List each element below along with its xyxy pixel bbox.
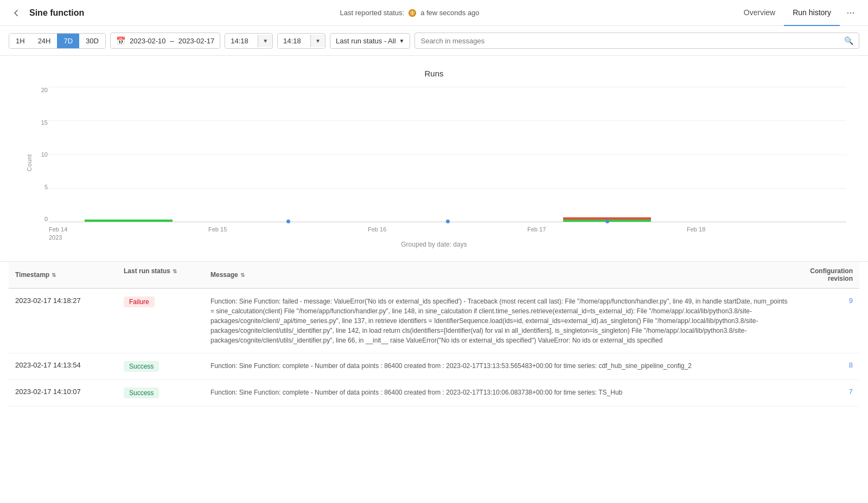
chart-container: Count 20 15 10 5 0 Feb 142023Feb 15Feb 1… (22, 87, 846, 238)
cell-timestamp-2: 2023-02-17 14:10:07 (15, 388, 124, 396)
status-badge-1: Success (124, 361, 159, 372)
status-label: Last reported status: (340, 9, 405, 17)
table-section: Timestamp ⇅ Last run status ⇅ Message ⇅ … (0, 262, 868, 407)
x-label-1: Feb 15 (208, 223, 368, 238)
sort-timestamp-icon[interactable]: ⇅ (52, 272, 56, 278)
time-30d-button[interactable]: 30D (79, 34, 105, 48)
time-start-caret[interactable]: ▼ (258, 35, 272, 47)
time-24h-button[interactable]: 24H (31, 34, 58, 48)
x-label-2: Feb 16 (368, 223, 527, 238)
bar-dot-2 (446, 220, 450, 223)
bar-stack-0 (85, 220, 173, 222)
date-separator: – (170, 37, 174, 45)
back-button[interactable] (9, 5, 24, 21)
table-body: 2023-02-17 14:18:27 Failure Function: Si… (9, 289, 859, 407)
x-axis-labels: Feb 142023Feb 15Feb 16Feb 17Feb 18 (49, 223, 846, 238)
more-options-button[interactable]: ··· (842, 4, 859, 22)
status-filter-dropdown[interactable]: Last run status - All ▼ (330, 33, 410, 49)
bar-dot-3 (605, 220, 609, 223)
x-label-3: Feb 17 (527, 223, 687, 238)
status-area: Last reported status: ! a few seconds ag… (340, 9, 480, 17)
cell-message-0: Function: Sine Function: failed - messag… (210, 296, 788, 345)
cell-status-2: Success (124, 388, 210, 398)
header-left: Sine function (9, 5, 84, 21)
cell-status-1: Success (124, 361, 210, 372)
time-range-group: 1H 24H 7D 30D (9, 33, 106, 49)
header-nav: Overview Run history (735, 0, 840, 26)
cell-message-1: Function: Sine Function: complete - Numb… (210, 361, 788, 371)
cell-timestamp-1: 2023-02-17 14:13:54 (15, 361, 124, 369)
chart-section: Runs Count 20 15 10 5 0 Feb 142023Feb (0, 56, 868, 261)
bar-group-4 (687, 87, 846, 222)
col-header-revision: Configuration revision (788, 267, 853, 282)
tab-run-history[interactable]: Run history (784, 0, 840, 26)
time-end-input[interactable] (278, 34, 310, 48)
bars-container (49, 87, 846, 222)
cell-revision-2: 7 (788, 388, 853, 396)
y-label-5: 5 (44, 184, 48, 190)
col-header-status: Last run status ⇅ (124, 267, 210, 282)
calendar-icon: 📅 (116, 36, 125, 45)
page-title: Sine function (29, 8, 84, 18)
bar-group-1 (208, 87, 368, 222)
y-axis-labels: 20 15 10 5 0 (33, 87, 48, 222)
cell-timestamp-0: 2023-02-17 14:18:27 (15, 296, 124, 305)
table-row: 2023-02-17 14:18:27 Failure Function: Si… (9, 289, 859, 353)
sort-message-icon[interactable]: ⇅ (240, 272, 245, 278)
cell-status-0: Failure (124, 296, 210, 307)
chart-plot-area (49, 87, 846, 222)
x-label-0: Feb 142023 (49, 223, 208, 238)
table-row: 2023-02-17 14:13:54 Success Function: Si… (9, 353, 859, 380)
date-to: 2023-02-17 (178, 37, 215, 45)
header-right: Overview Run history ··· (735, 0, 859, 26)
y-axis-title: Count (26, 154, 33, 171)
x-label-4: Feb 18 (687, 223, 846, 238)
search-icon: 🔍 (844, 36, 853, 45)
time-end-select[interactable]: ▼ (277, 33, 326, 49)
y-label-15: 15 (41, 119, 48, 126)
search-box[interactable]: 🔍 (414, 33, 859, 49)
chart-title: Runs (22, 69, 846, 78)
time-start-input[interactable] (225, 34, 258, 48)
col-header-message: Message ⇅ (210, 267, 788, 282)
status-badge-0: Failure (124, 296, 155, 307)
tab-overview[interactable]: Overview (735, 0, 784, 26)
cell-revision-0: 9 (788, 296, 853, 305)
status-filter-label: Last run status - All (336, 37, 396, 45)
search-input[interactable] (420, 37, 844, 45)
header: Sine function Last reported status: ! a … (0, 0, 868, 26)
status-dot-icon: ! (409, 9, 416, 17)
bar-group-3 (527, 87, 687, 222)
status-badge-2: Success (124, 388, 159, 398)
bar-dot-1 (286, 220, 290, 223)
table-header: Timestamp ⇅ Last run status ⇅ Message ⇅ … (9, 262, 859, 289)
time-1h-button[interactable]: 1H (9, 34, 31, 48)
chart-subtitle: Grouped by date: days (22, 241, 846, 248)
status-filter-arrow-icon: ▼ (399, 38, 405, 44)
time-7d-button[interactable]: 7D (57, 34, 79, 48)
time-start-select[interactable]: ▼ (225, 33, 273, 49)
time-end-caret[interactable]: ▼ (310, 35, 325, 47)
bar-group-0 (49, 87, 208, 222)
status-time: a few seconds ago (420, 9, 479, 17)
bar-green-0 (85, 220, 173, 222)
sort-status-icon[interactable]: ⇅ (173, 268, 177, 274)
y-label-10: 10 (41, 151, 48, 158)
cell-revision-1: 8 (788, 361, 853, 369)
table-row: 2023-02-17 14:10:07 Success Function: Si… (9, 380, 859, 407)
cell-message-2: Function: Sine Function: complete - Numb… (210, 388, 788, 397)
bar-group-2 (368, 87, 527, 222)
y-label-20: 20 (41, 87, 48, 93)
date-from: 2023-02-10 (130, 37, 166, 45)
col-header-timestamp: Timestamp ⇅ (15, 267, 124, 282)
toolbar: 1H 24H 7D 30D 📅 2023-02-10 – 2023-02-17 … (0, 26, 868, 56)
y-label-0: 0 (44, 216, 48, 222)
date-range-picker[interactable]: 📅 2023-02-10 – 2023-02-17 (110, 33, 220, 49)
